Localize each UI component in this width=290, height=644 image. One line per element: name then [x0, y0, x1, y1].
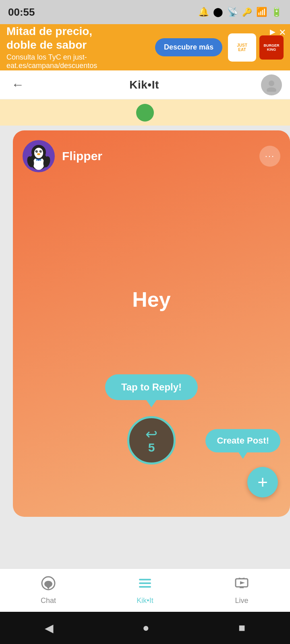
card-more-button[interactable]: ···	[259, 146, 280, 167]
card-avatar	[23, 140, 55, 172]
android-nav: ◀ ● ■	[0, 612, 290, 644]
svg-rect-23	[139, 586, 151, 588]
kikit-nav-icon	[137, 576, 153, 594]
android-recents-button[interactable]: ■	[238, 621, 245, 634]
back-button[interactable]: ←	[8, 74, 27, 95]
svg-point-1	[267, 87, 276, 92]
ad-logos: JUSTEAT BURGERKING	[228, 33, 284, 62]
ad-title-line2: doble de sabor	[6, 38, 155, 52]
cast-icon: 📡	[227, 7, 238, 17]
reply-countdown-circle[interactable]: ↩ 5	[127, 416, 176, 464]
nav-item-chat[interactable]: Chat	[0, 576, 97, 605]
status-icons: 🔔 ⬤ 📡 🔑 📶 🔋	[198, 7, 282, 17]
svg-point-10	[37, 151, 37, 151]
wifi-icon: 📶	[256, 7, 267, 17]
battery-icon: 🔋	[271, 7, 282, 17]
tap-reply-button[interactable]: Tap to Reply!	[105, 374, 198, 400]
main-content: Flipper ··· Hey Tap to Reply! ↩ 5 Create…	[0, 126, 290, 517]
ad-arrow-icon: ▶	[270, 27, 276, 36]
ad-title-line1: Mitad de precio,	[6, 25, 155, 38]
ad-text: Mitad de precio, doble de sabor Consulta…	[6, 25, 155, 70]
android-back-button[interactable]: ◀	[45, 621, 54, 635]
profile-button[interactable]	[261, 74, 282, 95]
app-header: ← Kik•It	[0, 70, 290, 99]
burger-king-logo: BURGERKING	[259, 35, 284, 60]
svg-point-15	[38, 159, 40, 161]
prev-message-dot	[136, 104, 154, 122]
hey-text: Hey	[13, 287, 290, 312]
svg-rect-22	[139, 582, 151, 584]
chat-nav-icon	[41, 576, 56, 594]
ad-banner: Mitad de precio, doble de sabor Consulta…	[0, 24, 290, 70]
svg-point-11	[41, 151, 41, 151]
list-icon	[137, 576, 153, 591]
key-icon: 🔑	[242, 7, 252, 17]
person-icon	[265, 78, 278, 92]
ad-discover-button[interactable]: Descubre más	[155, 38, 222, 56]
status-time: 00:55	[8, 6, 35, 19]
kikit-nav-label: Kik•It	[137, 597, 153, 605]
ad-close-button[interactable]: ✕	[279, 27, 286, 38]
bottom-nav: Chat Kik•It Live	[0, 568, 290, 612]
status-bar: 00:55 🔔 ⬤ 📡 🔑 📶 🔋	[0, 0, 290, 24]
flipper-avatar-svg	[23, 141, 54, 171]
reply-arrow-icon: ↩	[145, 427, 157, 442]
svg-rect-21	[139, 579, 151, 580]
svg-marker-20	[47, 587, 50, 589]
chat-nav-label: Chat	[41, 597, 56, 605]
header-title: Kik•It	[129, 78, 159, 91]
prev-message-area	[0, 99, 290, 126]
chat-card: Flipper ··· Hey Tap to Reply! ↩ 5 Create…	[13, 130, 290, 517]
notification-icon: 🔔	[198, 7, 209, 17]
chat-icon	[41, 576, 56, 591]
just-eat-logo: JUSTEAT	[228, 33, 256, 62]
create-post-button[interactable]: Create Post!	[205, 429, 280, 452]
card-username: Flipper	[62, 149, 102, 163]
nav-item-kikit[interactable]: Kik•It	[97, 576, 193, 605]
live-nav-icon	[234, 576, 249, 594]
fab-add-button[interactable]: +	[247, 467, 278, 497]
live-nav-label: Live	[235, 597, 248, 605]
svg-point-19	[44, 581, 52, 587]
card-user-info: Flipper	[23, 140, 102, 172]
card-header: Flipper ···	[23, 140, 280, 172]
ad-subtitle: Consulta los TyC en just-eat.es/campana/…	[6, 53, 155, 70]
circle-icon: ⬤	[213, 7, 223, 17]
svg-point-7	[34, 148, 43, 158]
tv-icon	[234, 576, 249, 591]
svg-marker-25	[240, 581, 245, 584]
android-home-button[interactable]: ●	[143, 621, 149, 634]
svg-point-12	[37, 153, 40, 155]
svg-point-0	[269, 80, 274, 86]
reply-countdown-number: 5	[148, 442, 155, 454]
nav-item-live[interactable]: Live	[193, 576, 290, 605]
